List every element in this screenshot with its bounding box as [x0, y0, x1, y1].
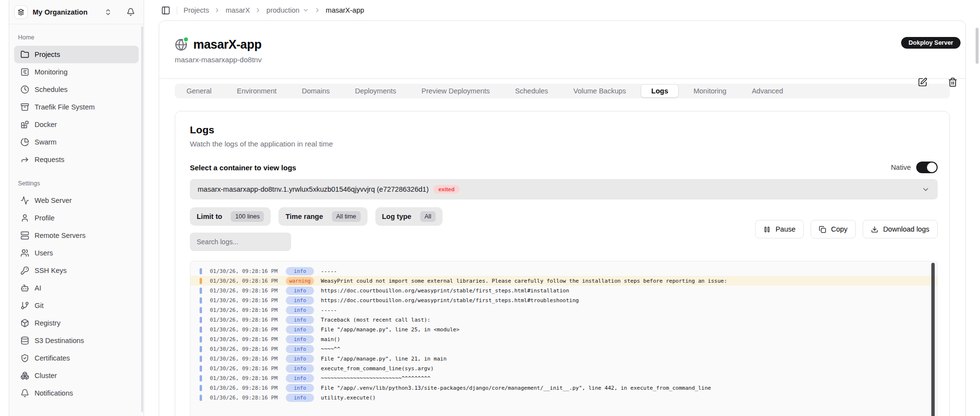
log-level-badge: info — [286, 384, 314, 392]
tab-advanced[interactable]: Advanced — [741, 85, 794, 97]
log-type-filter-button[interactable]: Log type All — [375, 207, 443, 226]
forward-icon — [20, 155, 29, 164]
limit-filter-button[interactable]: Limit to 100 lines — [190, 207, 271, 226]
log-timestamp: 01/30/26, 09:28:16 PM — [210, 288, 277, 294]
sidebar-item-ssh-keys[interactable]: SSH Keys — [14, 262, 139, 279]
sidebar-item-traefik-file-system[interactable]: Traefik File System — [14, 98, 139, 116]
pie-icon — [20, 138, 29, 146]
sidebar-item-ai[interactable]: AI — [14, 279, 139, 297]
log-level-badge: info — [286, 364, 314, 373]
delete-icon[interactable] — [948, 77, 958, 87]
sidebar-item-s3-destinations[interactable]: S3 Destinations — [14, 332, 139, 349]
sidebar-item-projects[interactable]: Projects — [14, 46, 139, 63]
sidebar-item-docker[interactable]: Docker — [14, 116, 139, 133]
log-message: File "/app/manage.py", line 21, in main — [321, 356, 446, 362]
log-row: 01/30/26, 09:28:16 PM info utility.execu… — [190, 393, 937, 402]
sidebar-item-web-server[interactable]: Web Server — [14, 192, 139, 209]
log-message: utility.execute() — [321, 395, 376, 401]
blocks-icon — [20, 120, 29, 129]
log-level-bar — [200, 278, 202, 284]
edit-icon[interactable] — [918, 77, 927, 87]
tabs-wrap: General Environment Domains Deployments … — [159, 79, 965, 98]
search-logs-input[interactable] — [190, 233, 291, 251]
log-row: 01/30/26, 09:28:16 PM info File "/app/.v… — [190, 383, 937, 393]
native-toggle[interactable] — [916, 162, 938, 173]
log-viewer: 01/30/26, 09:28:16 PM info ----- 01/30/2… — [190, 261, 938, 416]
download-logs-button[interactable]: Download logs — [863, 220, 938, 238]
tab-domains[interactable]: Domains — [292, 85, 340, 97]
log-row: 01/30/26, 09:28:16 PM info ----- — [190, 305, 937, 315]
sidebar-item-label: Registry — [35, 319, 60, 327]
download-icon — [871, 226, 878, 233]
toggle-knob — [927, 163, 937, 172]
sidebar-item-remote-servers[interactable]: Remote Servers — [14, 227, 139, 244]
sidebar-item-schedules[interactable]: Schedules — [14, 81, 139, 98]
breadcrumb-label[interactable]: masarX — [225, 6, 250, 14]
log-level-bar — [200, 336, 202, 343]
environment-dropdown-icon[interactable] — [302, 7, 309, 14]
page-scrollbar[interactable] — [976, 28, 979, 64]
users-icon — [20, 249, 29, 257]
folder-icon — [20, 50, 29, 59]
log-scrollbar[interactable] — [931, 263, 935, 416]
copy-button[interactable]: Copy — [811, 220, 856, 238]
card-header: masarX-app masarx-masarxapp-do8tnv Dokpl… — [159, 21, 965, 78]
log-row: 01/30/26, 09:28:16 PM info execute_from_… — [190, 363, 937, 373]
tab-general[interactable]: General — [176, 85, 222, 97]
sidebar-item-monitoring[interactable]: Monitoring — [14, 63, 139, 81]
sidebar-item-requests[interactable]: Requests — [14, 151, 139, 168]
server-badge: Dokploy Server — [901, 37, 961, 49]
log-level-badge: info — [286, 306, 314, 314]
tab-volume-backups[interactable]: Volume Backups — [563, 85, 636, 97]
sidebar-item-label: Requests — [35, 156, 64, 163]
log-timestamp: 01/30/26, 09:28:16 PM — [210, 385, 277, 391]
org-switcher-icon[interactable] — [104, 8, 112, 16]
notifications-bell-icon[interactable] — [127, 8, 135, 16]
log-timestamp: 01/30/26, 09:28:16 PM — [210, 365, 277, 372]
log-message: File "/app/.venv/lib/python3.13/site-pac… — [321, 385, 711, 391]
container-select[interactable]: masarx-masarxapp-do8tnv.1.yrwlux5xkuzb01… — [190, 179, 938, 199]
log-message: Traceback (most recent call last): — [321, 317, 430, 323]
tab-environment[interactable]: Environment — [227, 85, 287, 97]
bell-icon — [20, 389, 29, 398]
topbar: Projects masarX production masarX-app — [145, 0, 980, 17]
breadcrumb-label[interactable]: production — [266, 6, 299, 14]
application-card: masarX-app masarx-masarxapp-do8tnv Dokpl… — [159, 20, 966, 416]
log-level-badge: info — [286, 345, 314, 353]
org-header[interactable]: My Organization — [9, 0, 144, 24]
time-range-filter-button[interactable]: Time range All time — [278, 207, 367, 226]
log-message: ~~~~~~~~~~~~~~~~~~~~~~~~~^^^^^^^^^ — [321, 375, 430, 381]
sidebar-toggle-icon[interactable] — [161, 6, 170, 15]
chevron-down-icon — [922, 185, 930, 194]
sidebar-item-notifications[interactable]: Notifications — [14, 384, 139, 402]
pause-button[interactable]: Pause — [755, 220, 804, 238]
sidebar-item-git[interactable]: Git — [14, 297, 139, 314]
sidebar-item-swarm[interactable]: Swarm — [14, 133, 139, 151]
log-timestamp: 01/30/26, 09:28:16 PM — [210, 395, 277, 401]
logs-title: Logs — [190, 124, 938, 136]
breadcrumb-item: production — [255, 6, 309, 14]
sidebar-item-cluster[interactable]: Cluster — [14, 367, 139, 384]
sidebar-item-registry[interactable]: Registry — [14, 314, 139, 332]
tab-logs[interactable]: Logs — [641, 85, 679, 97]
log-timestamp: 01/30/26, 09:28:16 PM — [210, 268, 277, 274]
sidebar-item-users[interactable]: Users — [14, 244, 139, 262]
tab-monitoring[interactable]: Monitoring — [683, 85, 737, 97]
tab-schedules[interactable]: Schedules — [505, 85, 558, 97]
native-toggle-wrap: Native — [891, 162, 938, 173]
tab-preview-deployments[interactable]: Preview Deployments — [411, 85, 500, 97]
shield-check-icon — [20, 354, 29, 362]
log-level-bar — [200, 385, 202, 391]
sidebar-item-profile[interactable]: Profile — [14, 209, 139, 227]
nav-group-label: Home — [14, 34, 139, 41]
org-logo — [14, 5, 28, 19]
log-level-bar — [200, 268, 202, 274]
log-actions: Pause Copy Download logs — [755, 220, 938, 238]
sidebar-item-certificates[interactable]: Certificates — [14, 349, 139, 367]
tab-deployments[interactable]: Deployments — [345, 85, 407, 97]
sidebar-scrollbar[interactable] — [141, 26, 143, 412]
breadcrumb-label[interactable]: Projects — [184, 6, 209, 14]
page-title: masarX-app — [193, 37, 261, 52]
clock-icon — [20, 85, 29, 94]
breadcrumb-label[interactable]: masarX-app — [326, 6, 364, 14]
